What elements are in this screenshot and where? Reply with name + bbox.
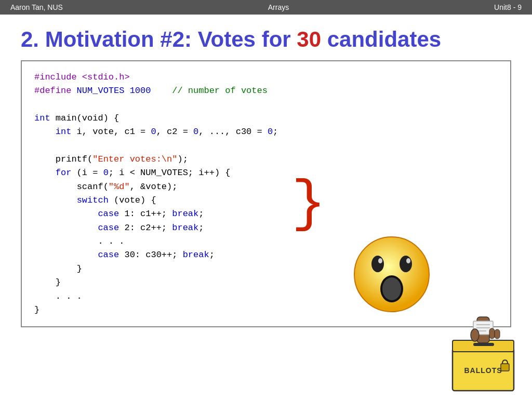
code-line-9: scanf("%d", &vote); xyxy=(34,180,498,194)
title-text-after: candidates xyxy=(321,27,441,51)
curly-brace: } xyxy=(291,176,326,233)
code-printf: printf( xyxy=(56,154,92,164)
code-printf-str: "Enter votes:\n" xyxy=(92,154,177,164)
code-define-val: NUM_VOTES 1000 xyxy=(71,86,151,96)
svg-point-6 xyxy=(382,277,401,300)
code-container: #include <stdio.h> #define NUM_VOTES 100… xyxy=(21,60,511,327)
code-printf-end: ); xyxy=(177,154,188,164)
code-switch-rest: (vote) { xyxy=(109,195,156,205)
code-semi2: ; xyxy=(198,209,204,219)
code-include: #include <stdio.h> xyxy=(34,72,130,82)
header-center: Arrays xyxy=(268,3,289,11)
code-semi4: ; xyxy=(209,250,215,260)
code-close-for: } xyxy=(56,277,61,287)
code-define-kw: #define xyxy=(34,86,71,96)
slide-title: 2. Motivation #2: Votes for 30 candidate… xyxy=(0,15,532,60)
code-break2: break xyxy=(172,223,198,233)
code-line-5: int i, vote, c1 = 0, c2 = 0, ..., c30 = … xyxy=(34,125,498,139)
ballot-svg: BALLOTS xyxy=(445,307,523,395)
code-dots1: . . . xyxy=(98,236,124,246)
code-vars: i, vote, c1 = xyxy=(71,127,151,137)
header-left: Aaron Tan, NUS xyxy=(10,3,63,11)
svg-point-2 xyxy=(400,256,412,272)
code-main: main(void) { xyxy=(50,113,119,123)
code-line-11: case 1: c1++; break; xyxy=(34,207,498,221)
code-break1: break xyxy=(172,209,198,219)
svg-rect-11 xyxy=(501,364,509,371)
code-line-7: printf("Enter votes:\n"); xyxy=(34,153,498,166)
code-switch-kw: switch xyxy=(77,195,109,205)
svg-point-17 xyxy=(471,329,479,341)
code-blank-2 xyxy=(34,139,498,153)
code-case30-body: 30: c30++; xyxy=(119,250,182,260)
svg-point-4 xyxy=(406,258,410,263)
code-case1-body: 1: c1++; xyxy=(119,209,172,219)
ballot-box: BALLOTS xyxy=(445,307,523,395)
code-close-main: } xyxy=(34,305,39,315)
code-comment: // number of votes xyxy=(151,86,267,96)
code-blank-1 xyxy=(34,98,498,112)
code-scanf: scanf( xyxy=(77,182,109,192)
title-highlight: 30 xyxy=(297,27,321,51)
svg-point-1 xyxy=(371,256,384,272)
svg-rect-19 xyxy=(495,329,500,339)
code-close-switch: } xyxy=(77,264,82,274)
svg-rect-9 xyxy=(473,343,494,346)
code-line-4: int main(void) { xyxy=(34,112,498,125)
code-zero2: 0 xyxy=(193,127,198,137)
emoji-svg xyxy=(352,233,432,313)
header-bar: Aaron Tan, NUS Arrays Unit8 - 9 xyxy=(0,0,532,15)
title-text-before: 2. Motivation #2: Votes for xyxy=(21,27,297,51)
code-zero1: 0 xyxy=(151,127,156,137)
code-scanf-end: , &vote); xyxy=(130,182,178,192)
code-semi3: ; xyxy=(198,223,204,233)
code-case2-body: 2: c2++; xyxy=(119,223,172,233)
code-int-kw: int xyxy=(34,113,50,123)
svg-point-3 xyxy=(378,258,382,263)
emoji-face xyxy=(352,233,435,316)
svg-text:BALLOTS: BALLOTS xyxy=(464,366,502,375)
code-dots2: . . . xyxy=(56,291,82,301)
code-etc: , ..., c30 = xyxy=(198,127,268,137)
header-right: Unit8 - 9 xyxy=(494,3,522,11)
code-semi1: ; xyxy=(273,127,278,137)
code-zero3: 0 xyxy=(268,127,273,137)
code-line-1: #include <stdio.h> xyxy=(34,71,498,84)
code-int-kw2: int xyxy=(56,127,72,137)
code-case30-kw: case xyxy=(98,250,119,260)
code-line-10: switch (vote) { xyxy=(34,194,498,207)
code-for-cond: (i = xyxy=(71,168,103,178)
svg-rect-18 xyxy=(489,328,495,339)
code-line-2: #define NUM_VOTES 1000 // number of vote… xyxy=(34,84,498,98)
code-for-kw: for xyxy=(56,168,72,178)
code-for-zero: 0 xyxy=(103,168,109,178)
code-case2-kw: case xyxy=(98,223,119,233)
code-for-rest: ; i < NUM_VOTES; i++) { xyxy=(109,168,231,178)
code-comma1: , c2 = xyxy=(156,127,193,137)
code-line-8: for (i = 0; i < NUM_VOTES; i++) { xyxy=(34,166,498,180)
code-break30: break xyxy=(183,250,209,260)
code-case1-kw: case xyxy=(98,209,119,219)
code-scanf-str: "%d" xyxy=(109,182,130,192)
